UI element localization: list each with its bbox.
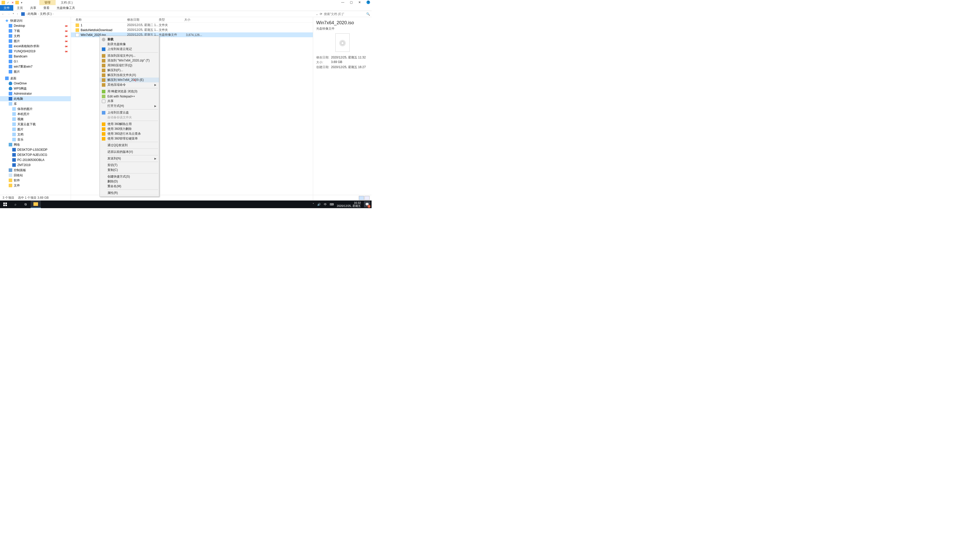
chevron-right-icon[interactable]: › xyxy=(52,13,53,15)
context-menu-item[interactable]: 重命名(M) xyxy=(100,184,159,189)
nav-library-item[interactable]: 本机照片 xyxy=(0,111,71,117)
nav-desktop-item[interactable]: Administrator xyxy=(0,91,71,96)
minimize-button[interactable]: — xyxy=(341,0,344,4)
file-row[interactable]: 12020/12/15, 星期二 1...文件夹 xyxy=(71,23,313,27)
notifications-button[interactable]: 💬3 xyxy=(364,201,370,207)
nav-this-pc[interactable]: 此电脑 xyxy=(0,96,71,101)
context-menu-item[interactable]: 发送到(N)▶ xyxy=(100,156,159,161)
context-menu-item[interactable]: 装载 xyxy=(100,37,159,42)
file-row[interactable]: BaiduNetdiskDownload2020/12/25, 星期五 1...… xyxy=(71,27,313,32)
context-menu-item[interactable]: 使用 360进行木马云查杀 xyxy=(100,131,159,136)
context-menu-item[interactable]: 其他压缩命令▶ xyxy=(100,83,159,87)
context-menu-item[interactable]: 使用 360强力删除 xyxy=(100,127,159,131)
context-menu-item[interactable]: 使用 360解除占用 xyxy=(100,122,159,127)
context-menu-item[interactable]: 上传到百度云盘 xyxy=(100,110,159,115)
context-menu-item[interactable]: 解压到当前文件夹(X) xyxy=(100,73,159,78)
taskbar-clock[interactable]: 16:32 2020/12/25, 星期五 xyxy=(337,201,361,207)
nav-files[interactable]: 文件 xyxy=(0,183,71,188)
volume-icon[interactable]: 🔊 xyxy=(317,203,321,206)
help-icon[interactable]: ? xyxy=(366,0,370,4)
qat-dropdown-icon[interactable]: ▾ xyxy=(20,1,24,4)
nav-quick-item[interactable]: G:\ xyxy=(0,59,71,64)
nav-recycle-bin[interactable]: 回收站 xyxy=(0,173,71,178)
context-menu-item[interactable]: 解压到(F)... xyxy=(100,68,159,73)
tab-share[interactable]: 共享 xyxy=(27,5,40,11)
context-menu-item[interactable]: 还原以前的版本(V) xyxy=(100,149,159,154)
nav-quick-access[interactable]: 快速访问 xyxy=(0,18,71,23)
context-menu-item[interactable]: Edit with Notepad++ xyxy=(100,94,159,99)
nav-network-item[interactable]: DESKTOP-LSSOEDP xyxy=(0,147,71,152)
nav-quick-item[interactable]: 图片📌 xyxy=(0,38,71,44)
context-menu-item[interactable]: 剪切(T) xyxy=(100,163,159,168)
search-button[interactable]: ⌕ xyxy=(10,200,21,208)
nav-library-item[interactable]: 文档 xyxy=(0,132,71,137)
context-menu-item[interactable]: 创建快捷方式(S) xyxy=(100,174,159,179)
view-details-button[interactable] xyxy=(359,196,364,200)
ime-indicator[interactable]: 中 xyxy=(324,203,327,206)
context-menu-item[interactable]: 添加到 "Win7x64_2020.zip" (T) xyxy=(100,58,159,63)
nav-quick-item[interactable]: 下载📌 xyxy=(0,28,71,33)
nav-desktop-item[interactable]: OneDrive xyxy=(0,81,71,86)
close-button[interactable]: ✕ xyxy=(358,0,361,4)
back-button[interactable]: ← xyxy=(2,12,5,16)
chevron-right-icon[interactable]: › xyxy=(38,13,38,15)
search-icon[interactable]: 🔍 xyxy=(366,12,370,16)
delete-icon[interactable]: ✕ xyxy=(11,1,14,4)
col-date[interactable]: 修改日期 xyxy=(127,17,159,22)
nav-library-item[interactable]: 天翼云盘下载 xyxy=(0,122,71,127)
context-menu-item[interactable]: 用 蜂蜜浏览器 浏览(3) xyxy=(100,89,159,94)
nav-network[interactable]: 网络 xyxy=(0,142,71,147)
context-menu-item[interactable]: 通过QQ发送到 xyxy=(100,143,159,148)
start-button[interactable] xyxy=(0,200,10,208)
nav-control-panel[interactable]: 控制面板 xyxy=(0,168,71,173)
nav-desktop[interactable]: 桌面 xyxy=(0,76,71,81)
col-type[interactable]: 类型 xyxy=(159,17,184,22)
context-menu-item[interactable]: 删除(D) xyxy=(100,179,159,184)
check-icon[interactable]: ✓ xyxy=(6,1,10,4)
search-input[interactable] xyxy=(324,12,365,16)
tab-disc-tools[interactable]: 光盘映像工具 xyxy=(53,5,79,11)
new-folder-icon[interactable] xyxy=(15,1,19,4)
forward-button[interactable]: → xyxy=(7,12,10,16)
context-menu-item[interactable]: 刻录光盘映像 xyxy=(100,42,159,47)
view-icons-button[interactable] xyxy=(364,196,369,200)
nav-quick-item[interactable]: 图片 xyxy=(0,69,71,74)
nav-quick-item[interactable]: YUNQISHI2019📌 xyxy=(0,49,71,54)
taskbar-file-explorer[interactable] xyxy=(30,200,41,208)
col-name[interactable]: 名称 xyxy=(71,17,127,22)
address-dropdown[interactable]: ⌄ xyxy=(316,12,318,16)
nav-software[interactable]: 软件 xyxy=(0,178,71,183)
chevron-right-icon[interactable]: › xyxy=(26,13,27,15)
up-button[interactable]: ↑ xyxy=(17,12,18,16)
nav-quick-item[interactable]: Desktop📌 xyxy=(0,23,71,28)
nav-library-item[interactable]: 视频 xyxy=(0,117,71,122)
nav-libraries[interactable]: 库 xyxy=(0,101,71,106)
context-menu-item[interactable]: 上传到有道云笔记 xyxy=(100,47,159,52)
context-menu-item[interactable]: 使用 360管理右键菜单 xyxy=(100,136,159,141)
context-menu-item[interactable]: 共享 xyxy=(100,99,159,103)
nav-network-item[interactable]: PC-20190530OBLA xyxy=(0,157,71,162)
task-view-button[interactable]: ⧉ xyxy=(21,200,30,208)
context-menu-item[interactable]: 复制(C) xyxy=(100,168,159,172)
context-menu-item[interactable]: 打开方式(H)▶ xyxy=(100,103,159,108)
breadcrumb-location[interactable]: 文档 (E:) xyxy=(40,12,52,16)
maximize-button[interactable]: ▢ xyxy=(350,0,353,4)
nav-desktop-item[interactable]: WPS网盘 xyxy=(0,86,71,91)
column-headers[interactable]: 名称 修改日期 类型 大小 xyxy=(71,17,313,23)
nav-quick-item[interactable]: win7重装win7 xyxy=(0,64,71,69)
context-menu-item[interactable]: 用360压缩打开(Q) xyxy=(100,63,159,68)
nav-library-item[interactable]: 音乐 xyxy=(0,137,71,142)
col-size[interactable]: 大小 xyxy=(184,17,202,22)
tab-view[interactable]: 查看 xyxy=(40,5,53,11)
nav-library-item[interactable]: 图片 xyxy=(0,127,71,132)
ribbon-context-tab[interactable]: 管理 xyxy=(39,0,56,5)
nav-library-item[interactable]: 保存的图片 xyxy=(0,106,71,111)
breadcrumb-thispc[interactable]: 此电脑 xyxy=(27,12,37,16)
nav-quick-item[interactable]: Bandicam xyxy=(0,54,71,59)
refresh-button[interactable]: ⟳ xyxy=(320,12,322,16)
context-menu-item[interactable]: 添加到压缩文件(A)... xyxy=(100,53,159,58)
tray-chevron-icon[interactable]: ˄ xyxy=(313,203,314,206)
nav-network-item[interactable]: ZMT2019 xyxy=(0,162,71,168)
nav-network-item[interactable]: DESKTOP-NJEU3CG xyxy=(0,152,71,157)
nav-quick-item[interactable]: excel表格制作求和📌 xyxy=(0,44,71,49)
